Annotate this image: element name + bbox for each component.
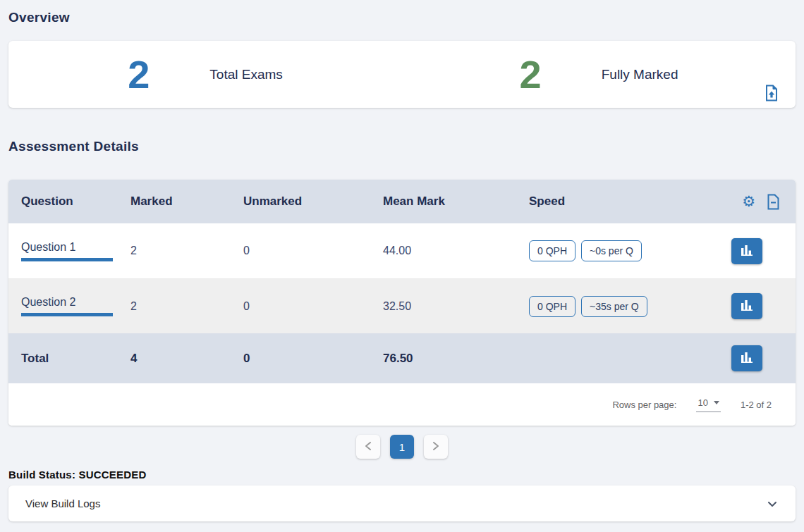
unmarked-value: 0 bbox=[243, 245, 383, 257]
question-name: Question 1 bbox=[21, 241, 75, 254]
next-page-button[interactable] bbox=[424, 435, 448, 459]
question-analytics-button[interactable] bbox=[731, 293, 762, 319]
export-report-button[interactable] bbox=[763, 83, 780, 103]
previous-page-button[interactable] bbox=[356, 435, 380, 459]
total-exams-label: Total Exams bbox=[209, 67, 282, 82]
question-name: Question 2 bbox=[21, 296, 75, 309]
fully-marked-value: 2 bbox=[520, 55, 542, 94]
rows-per-page-value: 10 bbox=[698, 397, 707, 408]
table-pagination-row: Rows per page: 10 1-2 of 2 bbox=[8, 383, 796, 426]
speed-cell: 0 QPH ~35s per Q bbox=[529, 296, 700, 317]
chart-cell bbox=[700, 345, 796, 371]
total-marked-value: 4 bbox=[130, 352, 243, 366]
view-build-logs-label: View Build Logs bbox=[25, 497, 100, 509]
pager: 1 bbox=[8, 435, 796, 459]
chart-cell bbox=[700, 293, 796, 319]
table-header-row: Question Marked Unmarked Mean Mark Speed… bbox=[8, 180, 796, 223]
chevron-left-icon bbox=[365, 441, 372, 453]
rows-per-page-select[interactable]: 10 bbox=[696, 397, 720, 412]
question-progress-bar bbox=[21, 313, 113, 316]
qph-chip[interactable]: 0 QPH bbox=[529, 296, 575, 317]
per-question-chip[interactable]: ~0s per Q bbox=[581, 240, 642, 261]
speed-cell: 0 QPH ~0s per Q bbox=[529, 240, 700, 261]
column-mean-mark: Mean Mark bbox=[383, 194, 529, 209]
stat-fully-marked: 2 Fully Marked bbox=[402, 41, 796, 108]
total-unmarked-value: 0 bbox=[243, 352, 383, 366]
stat-total-exams: 2 Total Exams bbox=[8, 41, 402, 108]
rows-per-page-label: Rows per page: bbox=[612, 400, 676, 410]
header-actions: ⚙ bbox=[700, 194, 796, 210]
bar-chart-icon bbox=[741, 299, 753, 313]
assessment-table: Question Marked Unmarked Mean Mark Speed… bbox=[8, 180, 796, 426]
assessment-details-title: Assessment Details bbox=[8, 139, 796, 154]
overview-card: 2 Total Exams 2 Fully Marked bbox=[8, 41, 796, 108]
marked-value: 2 bbox=[130, 300, 243, 313]
pagination-range-label: 1-2 of 2 bbox=[741, 400, 772, 410]
question-progress-bar bbox=[21, 258, 113, 261]
column-unmarked: Unmarked bbox=[243, 194, 383, 209]
question-link[interactable]: Question 1 bbox=[21, 241, 130, 261]
document-icon bbox=[767, 202, 780, 212]
chart-cell bbox=[700, 238, 796, 264]
gear-icon: ⚙ bbox=[742, 193, 755, 210]
fully-marked-label: Fully Marked bbox=[602, 67, 678, 82]
mean-mark-value: 44.00 bbox=[383, 245, 529, 257]
column-question: Question bbox=[21, 194, 130, 209]
total-exams-value: 2 bbox=[128, 55, 150, 94]
file-upload-icon bbox=[765, 93, 779, 104]
overview-title: Overview bbox=[8, 10, 796, 25]
column-speed: Speed bbox=[529, 194, 700, 209]
bar-chart-icon bbox=[741, 352, 753, 365]
table-report-button[interactable] bbox=[767, 194, 780, 210]
bar-chart-icon bbox=[741, 245, 753, 258]
column-marked: Marked bbox=[130, 194, 243, 209]
build-status-text: Build Status: SUCCEEDED bbox=[8, 469, 796, 481]
question-analytics-button[interactable] bbox=[731, 238, 762, 264]
qph-chip[interactable]: 0 QPH bbox=[529, 240, 575, 261]
total-analytics-button[interactable] bbox=[731, 345, 762, 371]
mean-mark-value: 32.50 bbox=[383, 300, 529, 313]
view-build-logs-toggle[interactable]: View Build Logs bbox=[8, 485, 796, 521]
dashboard-page: Overview 2 Total Exams 2 Fully Marked As… bbox=[0, 0, 804, 530]
table-settings-button[interactable]: ⚙ bbox=[742, 194, 755, 209]
table-total-row: Total 4 0 76.50 bbox=[8, 333, 796, 383]
total-mean-mark-value: 76.50 bbox=[383, 352, 529, 366]
chevron-right-icon bbox=[432, 441, 439, 453]
chevron-down-icon bbox=[767, 497, 777, 510]
table-row: Question 2 2 0 32.50 0 QPH ~35s per Q bbox=[8, 279, 796, 333]
marked-value: 2 bbox=[130, 245, 243, 257]
total-label: Total bbox=[21, 352, 130, 366]
dropdown-arrow-icon bbox=[714, 401, 719, 404]
table-row: Question 1 2 0 44.00 0 QPH ~0s per Q bbox=[8, 223, 796, 279]
question-link[interactable]: Question 2 bbox=[21, 296, 130, 316]
per-question-chip[interactable]: ~35s per Q bbox=[581, 296, 647, 317]
page-1-button[interactable]: 1 bbox=[390, 435, 414, 459]
unmarked-value: 0 bbox=[243, 300, 383, 313]
